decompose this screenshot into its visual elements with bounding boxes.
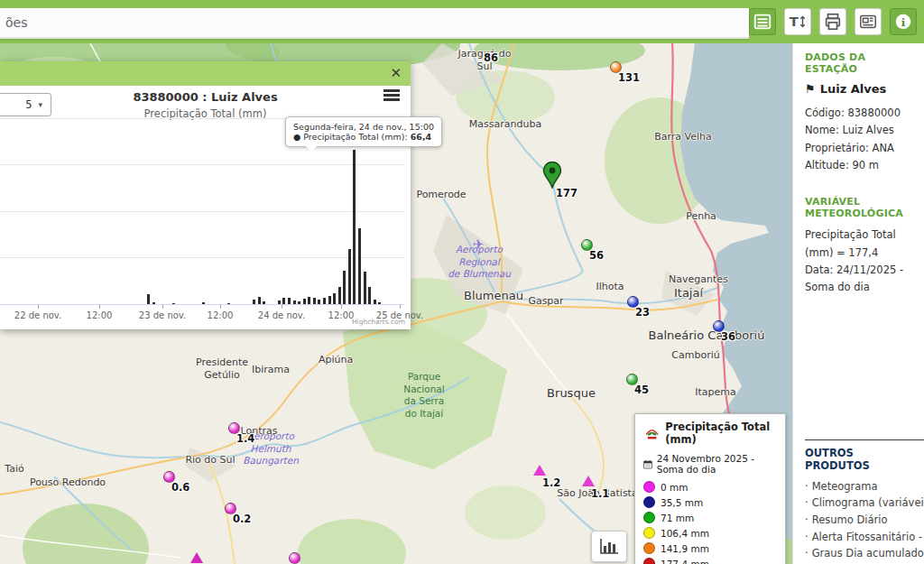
calendar-icon <box>643 458 652 470</box>
institution-marker[interactable] <box>533 465 546 476</box>
info-button[interactable]: i <box>890 8 917 35</box>
precip-bar[interactable] <box>293 300 296 304</box>
legend-color-dot <box>643 496 655 508</box>
precip-bar[interactable] <box>343 271 346 304</box>
precip-bar[interactable] <box>147 294 150 304</box>
bullet-icon: · <box>805 496 808 509</box>
precip-bar[interactable] <box>318 300 320 304</box>
header-bar: ões <box>0 8 749 39</box>
precip-bar[interactable] <box>278 300 281 304</box>
chart-x-label: 22 de nov. <box>14 310 61 320</box>
precip-bar[interactable] <box>253 300 255 304</box>
product-link-label: Climograma (variáveis) <box>812 496 924 509</box>
epagri-logo-icon <box>643 424 661 442</box>
product-link[interactable]: ·Resumo Diário <box>805 513 917 528</box>
city-label: Apiúna <box>319 354 353 366</box>
product-link[interactable]: ·Alerta Fitossanitário - Tabela <box>805 530 917 545</box>
list-icon <box>753 12 772 32</box>
precip-bar[interactable] <box>258 297 261 304</box>
precip-bar[interactable] <box>288 298 291 304</box>
product-link[interactable]: ·Graus Dia acumulado TB10°C <box>805 546 917 561</box>
marker-value-label: 177 <box>556 187 578 199</box>
legend-items: 0 mm35,5 mm71 mm106,4 mm141,9 mm177,4 mm… <box>643 481 777 564</box>
marker-value-label: 56 <box>589 249 604 262</box>
product-link-label: Graus Dia acumulado TB10°C <box>812 547 924 559</box>
open-chart-button[interactable] <box>591 531 627 562</box>
precip-bar[interactable] <box>368 287 371 304</box>
stations-list-button[interactable] <box>749 8 776 35</box>
header-toolbar: Ti <box>749 8 917 35</box>
chart-gridline <box>0 164 404 165</box>
precip-bar[interactable] <box>202 302 205 304</box>
precip-bar[interactable] <box>323 298 326 304</box>
city-label: Ilhota <box>596 281 624 293</box>
station-marker[interactable] <box>289 552 300 564</box>
marker-value-label: 131 <box>618 71 640 84</box>
legend-date: 24 Novembro 2025 - Soma do dia <box>657 453 777 475</box>
precip-bar[interactable] <box>374 300 376 304</box>
city-label: Balneário Camboriú <box>649 328 765 343</box>
city-label: Navegantes <box>669 273 728 286</box>
variable-fields: Precipitação Total (mm) = 177,4Data: 24/… <box>805 227 917 296</box>
precip-bar[interactable] <box>328 296 331 304</box>
city-label: Camboriú <box>671 349 719 362</box>
text-size-button[interactable]: T <box>784 8 811 35</box>
city-label: PresidenteGetúlio <box>196 356 248 382</box>
news-button[interactable] <box>855 8 882 35</box>
institution-marker[interactable] <box>190 552 203 563</box>
product-link[interactable]: ·Meteograma <box>805 479 917 495</box>
precip-bar[interactable] <box>353 150 356 304</box>
chart-gridline <box>0 211 404 212</box>
chart-x-label: 12:00 <box>87 310 113 320</box>
legend-item: 71 mm <box>643 512 777 523</box>
chart-x-tick <box>400 304 401 309</box>
bullet-icon: · <box>805 513 808 526</box>
park-label: ParqueNacionalda Serrado Itajaí <box>403 371 444 421</box>
bullet-icon: · <box>805 547 808 559</box>
tooltip-time: Segunda-feira, 24 de nov., 15:00 <box>293 122 434 132</box>
precip-bar[interactable] <box>263 301 265 304</box>
precip-bar[interactable] <box>298 301 300 304</box>
product-link[interactable]: ·Climograma (variáveis) <box>805 495 917 511</box>
precip-bar[interactable] <box>348 249 351 304</box>
institution-marker[interactable] <box>582 476 595 486</box>
precip-bar[interactable] <box>378 302 381 304</box>
city-label: Gaspar <box>528 295 563 308</box>
precip-bar[interactable] <box>282 298 285 304</box>
marker-value-label: 23 <box>635 306 650 319</box>
marker-value-label: 86 <box>484 51 498 64</box>
legend-color-dot <box>643 481 655 493</box>
precip-bar[interactable] <box>227 303 230 304</box>
city-label: Brusque <box>547 386 596 401</box>
chart-x-tick <box>99 304 100 309</box>
chart-x-label: 23 de nov. <box>139 310 186 320</box>
precip-bar[interactable] <box>358 228 361 304</box>
precip-bar[interactable] <box>333 293 336 304</box>
precip-bar[interactable] <box>152 302 155 304</box>
chart-x-label: 12:00 <box>208 310 234 320</box>
precip-bar[interactable] <box>364 272 366 304</box>
station-field: Altitude: 90 m <box>805 157 917 174</box>
product-link-label: Resumo Diário <box>812 513 888 526</box>
chart-plot-area[interactable]: 22 de nov.12:0023 de nov.12:0024 de nov.… <box>0 61 411 329</box>
legend-item: 106,4 mm <box>643 527 777 539</box>
precip-bar[interactable] <box>303 299 306 304</box>
header-left-text: ões <box>0 15 27 30</box>
precip-bar[interactable] <box>172 303 175 304</box>
other-products-section: OUTROS PRODUTOS ·Meteograma·Climograma (… <box>805 439 924 564</box>
marker-value-label: 0.6 <box>171 481 189 494</box>
precip-bar[interactable] <box>313 298 316 304</box>
legend-item-label: 35,5 mm <box>661 497 703 508</box>
precip-bar[interactable] <box>308 297 310 304</box>
flag-icon: ⚑ <box>805 82 816 96</box>
city-label: Barra Velha <box>654 131 712 143</box>
city-label: Taió <box>5 463 23 476</box>
city-label: Pomerode <box>416 189 466 201</box>
legend-item-label: 0 mm <box>661 482 688 493</box>
airplane-icon: ✈ <box>473 236 485 253</box>
map-legend: Precipitação Total (mm) 24 Novembro 2025… <box>634 413 786 564</box>
precip-bar[interactable] <box>338 287 341 304</box>
city-label: Ibirama <box>252 364 290 376</box>
marker-value-label: 45 <box>634 384 649 396</box>
print-button[interactable] <box>819 8 846 35</box>
